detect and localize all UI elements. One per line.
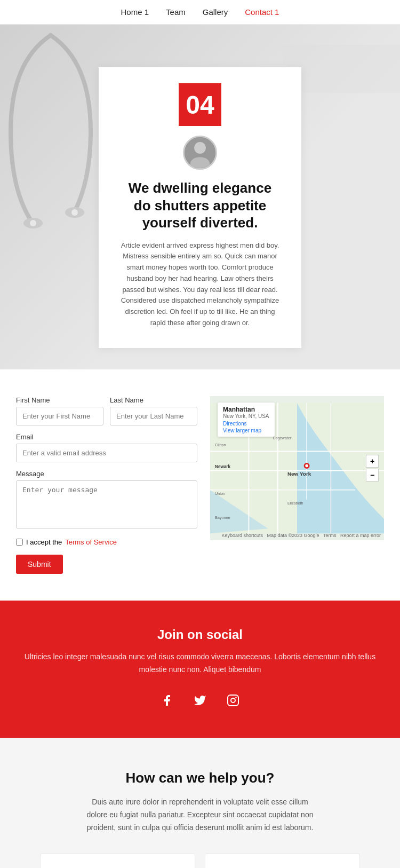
email-row: Email [16, 433, 197, 462]
message-label: Message [16, 470, 197, 478]
earphone-decoration [5, 30, 96, 233]
larger-map-link[interactable]: View larger map [223, 428, 269, 433]
hero-title: We dwelling elegance do shutters appetit… [120, 179, 280, 232]
email-label: Email [16, 433, 197, 441]
svg-rect-25 [228, 695, 238, 706]
social-section: Join on social Ultricies leo integer mal… [0, 601, 400, 738]
map-zoom-controls: + − [366, 455, 379, 482]
svg-text:Newark: Newark [215, 464, 230, 469]
name-row: First Name Last Name [16, 396, 197, 425]
map-placeholder: Clifton Montclair Edgewater Newark New Y… [210, 396, 384, 540]
svg-text:New York: New York [287, 470, 311, 476]
instagram-icon[interactable] [222, 690, 244, 711]
svg-point-5 [194, 142, 206, 154]
info-card-office: Our Main Office SoHo 94 Broadway St New … [40, 854, 195, 868]
first-name-input[interactable] [16, 407, 103, 425]
message-row: Message [16, 470, 197, 531]
info-card-phone: Phone Number 234-9876-5400888-0123-4567 … [205, 854, 360, 868]
last-name-group: Last Name [110, 396, 197, 425]
twitter-icon[interactable] [189, 690, 211, 711]
svg-point-3 [71, 209, 78, 216]
navigation: Home 1 Team Gallery Contact 1 [0, 0, 400, 25]
social-icons [16, 690, 384, 711]
nav-home[interactable]: Home 1 [121, 7, 149, 17]
map-attribution: Keyboard shortcuts Map data ©2023 Google… [221, 533, 381, 538]
contact-section: First Name Last Name Email Message I acc… [0, 369, 400, 601]
terms-link[interactable]: Terms of Service [65, 538, 117, 546]
zoom-out-button[interactable]: − [366, 469, 379, 482]
facebook-icon[interactable] [156, 690, 178, 711]
help-title: How can we help you? [16, 770, 384, 786]
nav-contact[interactable]: Contact 1 [245, 7, 279, 17]
svg-text:Union: Union [215, 491, 225, 496]
help-description: Duis aute irure dolor in reprehenderit i… [83, 796, 317, 834]
social-title: Join on social [16, 627, 384, 642]
map-location-name: Manhattan [223, 406, 269, 413]
svg-point-1 [30, 220, 36, 226]
first-name-label: First Name [16, 396, 103, 404]
svg-text:Bayonne: Bayonne [215, 515, 230, 520]
svg-text:Clifton: Clifton [215, 443, 226, 447]
directions-button[interactable]: Directions [223, 421, 246, 427]
svg-point-24 [305, 464, 308, 467]
nav-gallery[interactable]: Gallery [203, 7, 228, 17]
map-location-sub: New York, NY, USA [223, 413, 269, 419]
email-input[interactable] [16, 444, 197, 462]
hero-card: 04 We dwelling elegance do shutters appe… [99, 67, 301, 348]
map-label: Manhattan New York, NY, USA Directions V… [218, 403, 275, 437]
terms-text: I accept the [26, 538, 62, 546]
contact-form: First Name Last Name Email Message I acc… [16, 396, 197, 574]
svg-point-27 [235, 697, 236, 698]
svg-point-26 [231, 698, 235, 703]
nav-team[interactable]: Team [166, 7, 186, 17]
avatar [183, 136, 217, 170]
first-name-group: First Name [16, 396, 103, 425]
last-name-input[interactable] [110, 407, 197, 425]
info-grid: Our Main Office SoHo 94 Broadway St New … [40, 854, 360, 868]
map-container: Clifton Montclair Edgewater Newark New Y… [210, 396, 384, 540]
hero-section: 04 We dwelling elegance do shutters appe… [0, 25, 400, 369]
hero-body: Article evident arrived express highest … [120, 240, 280, 329]
hero-number: 04 [179, 83, 221, 126]
social-description: Ultricies leo integer malesuada nunc vel… [16, 651, 384, 676]
help-section: How can we help you? Duis aute irure dol… [0, 738, 400, 868]
terms-row: I accept the Terms of Service [16, 538, 197, 546]
last-name-label: Last Name [110, 396, 197, 404]
terms-checkbox[interactable] [16, 539, 23, 546]
zoom-in-button[interactable]: + [366, 455, 379, 468]
svg-text:Edgewater: Edgewater [273, 436, 292, 440]
message-textarea[interactable] [16, 480, 197, 528]
submit-button[interactable]: Submit [16, 555, 63, 574]
svg-text:Elizabeth: Elizabeth [287, 501, 303, 506]
